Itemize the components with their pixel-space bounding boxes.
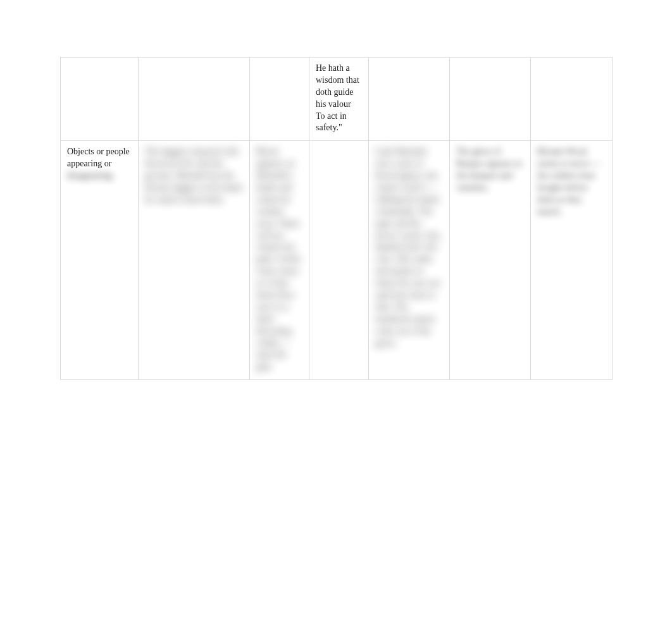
page: He hath a wisdom that doth guide his val… — [0, 0, 672, 633]
blurred-text: Birnam Wood seems to move — the soldiers… — [537, 146, 606, 218]
cell-r2-c2: The daggers smeared with blood are left … — [139, 141, 250, 380]
blurred-text: Lady Macbeth sees a spot of blood appear… — [375, 146, 443, 349]
cell-r1-c6 — [450, 58, 531, 141]
analysis-table: He hath a wisdom that doth guide his val… — [60, 57, 613, 380]
blurred-text: Blood appears on Macbeth's hands and can… — [256, 146, 302, 373]
blurred-text: The daggers smeared with blood are left … — [145, 146, 243, 206]
cell-r1-c2 — [139, 58, 250, 141]
cell-r1-c5 — [369, 58, 450, 141]
cell-r2-c1: Objects or people appearing or disappear… — [61, 141, 139, 380]
cell-r1-c3 — [250, 58, 309, 141]
cell-r1-c7 — [531, 58, 613, 141]
blurred-text: The ghost of Banquo appears at the banqu… — [456, 146, 524, 194]
cell-r2-c6: The ghost of Banquo appears at the banqu… — [450, 141, 531, 380]
cell-r2-c7: Birnam Wood seems to move — the soldiers… — [531, 141, 613, 380]
row-label-blurred: disappearing — [67, 170, 113, 182]
table-row: Objects or people appearing or disappear… — [61, 141, 613, 380]
cell-r1-c1 — [61, 58, 139, 141]
cell-r2-c4 — [309, 141, 369, 380]
table-row: He hath a wisdom that doth guide his val… — [61, 58, 613, 141]
cell-r2-c3: Blood appears on Macbeth's hands and can… — [250, 141, 309, 380]
cell-r1-c4: He hath a wisdom that doth guide his val… — [309, 58, 369, 141]
row-label-visible: Objects or people appearing or — [67, 146, 132, 170]
cell-r2-c5: Lady Macbeth sees a spot of blood appear… — [369, 141, 450, 380]
quote-text: He hath a wisdom that doth guide his val… — [316, 63, 359, 132]
